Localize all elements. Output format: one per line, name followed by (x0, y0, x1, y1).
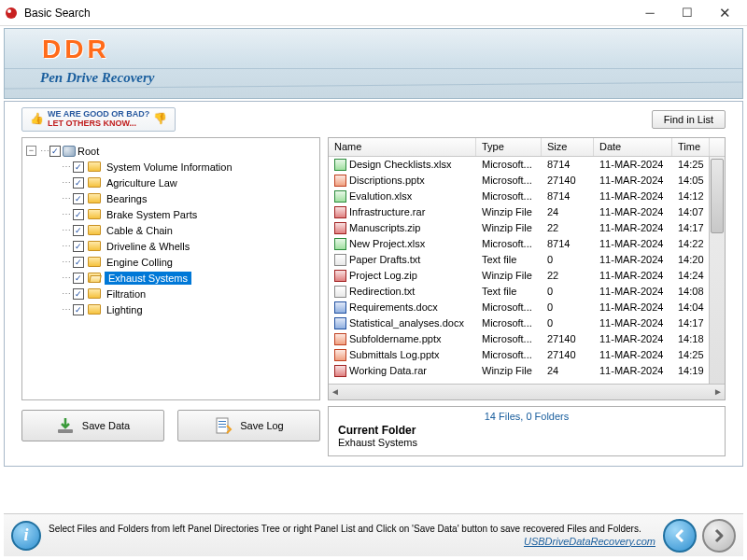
tree-item[interactable]: ⋯✓Brake System Parts (26, 207, 316, 222)
main-frame: 👍 WE ARE GOOD OR BAD? LET OTHERS KNOW...… (4, 101, 743, 467)
file-row[interactable]: New Project.xlsxMicrosoft...871411-MAR-2… (329, 236, 710, 252)
tree-item[interactable]: ⋯✓Driveline & Whells (26, 239, 316, 254)
file-date: 11-MAR-2024 (594, 254, 672, 265)
tree-item[interactable]: ⋯✓Lighting (26, 302, 316, 317)
file-row[interactable]: Submittals Log.pptxMicrosoft...2714011-M… (329, 347, 710, 363)
file-row[interactable]: Statistical_analyses.docxMicrosoft...011… (329, 315, 710, 331)
tree-checkbox[interactable]: ✓ (73, 225, 84, 236)
tree-item[interactable]: ⋯✓System Volume Information (26, 160, 316, 175)
tree-item-label: Bearings (105, 192, 148, 205)
file-name: Subfoldername.pptx (349, 333, 441, 344)
file-type: Microsoft... (476, 301, 542, 313)
file-row[interactable]: Paper Drafts.txtText file011-MAR-202414:… (329, 252, 710, 268)
tree-item[interactable]: ⋯✓Filtration (26, 287, 316, 301)
file-row[interactable]: Discriptions.pptxMicrosoft...2714011-MAR… (329, 173, 710, 189)
tree-item-label: Engine Colling (105, 256, 175, 269)
maximize-button[interactable]: ☐ (669, 1, 706, 25)
file-type: Microsoft... (476, 238, 542, 249)
save-data-button[interactable]: Save Data (21, 410, 164, 441)
file-summary: 14 Files, 0 Folders (338, 411, 715, 422)
collapse-icon[interactable]: − (26, 146, 36, 156)
file-row[interactable]: Redirection.txtText file011-MAR-202414:0… (329, 284, 710, 300)
find-in-list-button[interactable]: Find in List (652, 110, 726, 129)
file-row[interactable]: Working Data.rarWinzip File2411-MAR-2024… (329, 363, 710, 379)
banner: DDR Pen Drive Recovery (4, 28, 743, 99)
tree-item-label: Cable & Chain (105, 224, 175, 237)
file-icon (334, 190, 346, 203)
file-time: 14:25 (672, 159, 710, 170)
tree-root[interactable]: − ⋯ ✓ Root (26, 144, 316, 159)
footer: i Select Files and Folders from left Pan… (4, 513, 743, 556)
file-type: Microsoft... (476, 175, 542, 186)
file-row[interactable]: Project Log.zipWinzip File2211-MAR-20241… (329, 268, 710, 284)
tree-item[interactable]: ⋯✓Engine Colling (26, 255, 316, 270)
nav-forward-button[interactable] (702, 519, 736, 553)
tree-item-label: Driveline & Whells (105, 240, 191, 253)
tree-item[interactable]: ⋯✓Agriculture Law (26, 175, 316, 190)
file-type: Text file (476, 286, 542, 297)
tree-checkbox[interactable]: ✓ (73, 288, 84, 300)
tree-checkbox[interactable]: ✓ (73, 273, 84, 284)
file-icon (334, 238, 346, 250)
tree-item[interactable]: ⋯✓Exhaust Systems (26, 271, 316, 286)
file-time: 14:05 (672, 175, 710, 186)
file-size: 0 (542, 317, 594, 329)
tagline-box[interactable]: 👍 WE ARE GOOD OR BAD? LET OTHERS KNOW...… (21, 107, 176, 132)
horizontal-scrollbar[interactable]: ◄► (329, 384, 725, 399)
file-date: 11-MAR-2024 (594, 301, 672, 313)
vertical-scrollbar[interactable] (711, 159, 724, 233)
file-icon (334, 286, 346, 298)
root-label: Root (78, 146, 99, 157)
file-row[interactable]: Requirements.docxMicrosoft...011-MAR-202… (329, 300, 710, 315)
file-icon (334, 270, 346, 282)
tree-checkbox[interactable]: ✓ (73, 209, 84, 220)
tree-item[interactable]: ⋯✓Bearings (26, 191, 316, 206)
file-time: 14:04 (672, 301, 710, 313)
tree-item[interactable]: ⋯✓Cable & Chain (26, 223, 316, 238)
file-row[interactable]: Subfoldername.pptxMicrosoft...2714011-MA… (329, 331, 710, 347)
file-name: Evalution.xlsx (349, 190, 412, 202)
tree-checkbox[interactable]: ✓ (73, 161, 84, 173)
tree-checkbox[interactable]: ✓ (73, 177, 84, 189)
file-date: 11-MAR-2024 (594, 286, 672, 297)
file-size: 27140 (542, 349, 594, 360)
file-size: 24 (542, 365, 594, 376)
tree-checkbox[interactable]: ✓ (73, 304, 84, 315)
col-time[interactable]: Time (672, 138, 710, 156)
close-button[interactable]: ✕ (706, 1, 743, 25)
col-name[interactable]: Name (329, 138, 476, 156)
tree-checkbox[interactable]: ✓ (73, 257, 84, 268)
col-size[interactable]: Size (542, 138, 594, 156)
file-name: Paper Drafts.txt (349, 254, 420, 265)
file-time: 14:12 (672, 190, 710, 202)
tagline-line2: LET OTHERS KNOW... (48, 119, 149, 129)
save-log-button[interactable]: Save Log (177, 410, 320, 441)
file-list[interactable]: Name Type Size Date Time Design Checklis… (328, 137, 726, 400)
file-date: 11-MAR-2024 (594, 206, 672, 217)
file-date: 11-MAR-2024 (594, 365, 672, 376)
col-type[interactable]: Type (476, 138, 542, 156)
col-date[interactable]: Date (594, 138, 672, 156)
folder-icon (88, 241, 101, 251)
footer-link[interactable]: USBDriveDataRecovery.com (49, 535, 655, 548)
file-time: 14:17 (672, 222, 710, 233)
directory-tree[interactable]: − ⋯ ✓ Root ⋯✓System Volume Information⋯✓… (21, 137, 320, 400)
file-name: Working Data.rar (349, 365, 427, 376)
file-time: 14:18 (672, 333, 710, 344)
minimize-button[interactable]: ─ (631, 1, 669, 25)
thumb-down-icon: 👎 (153, 113, 167, 125)
file-row[interactable]: Evalution.xlsxMicrosoft...871411-MAR-202… (329, 189, 710, 204)
file-type: Microsoft... (476, 190, 542, 202)
file-type: Winzip File (476, 206, 542, 217)
tree-checkbox[interactable]: ✓ (73, 193, 84, 204)
tree-checkbox[interactable]: ✓ (73, 241, 84, 252)
nav-back-button[interactable] (663, 519, 697, 553)
folder-icon (88, 273, 101, 283)
root-checkbox[interactable]: ✓ (49, 146, 61, 157)
file-time: 14:08 (672, 286, 710, 297)
file-row[interactable]: Manuscripts.zipWinzip File2211-MAR-20241… (329, 220, 710, 236)
svg-rect-5 (218, 424, 226, 425)
svg-rect-6 (218, 427, 226, 427)
file-row[interactable]: Design Checklists.xlsxMicrosoft...871411… (329, 157, 710, 173)
file-row[interactable]: Infrastructure.rarWinzip File2411-MAR-20… (329, 204, 710, 220)
